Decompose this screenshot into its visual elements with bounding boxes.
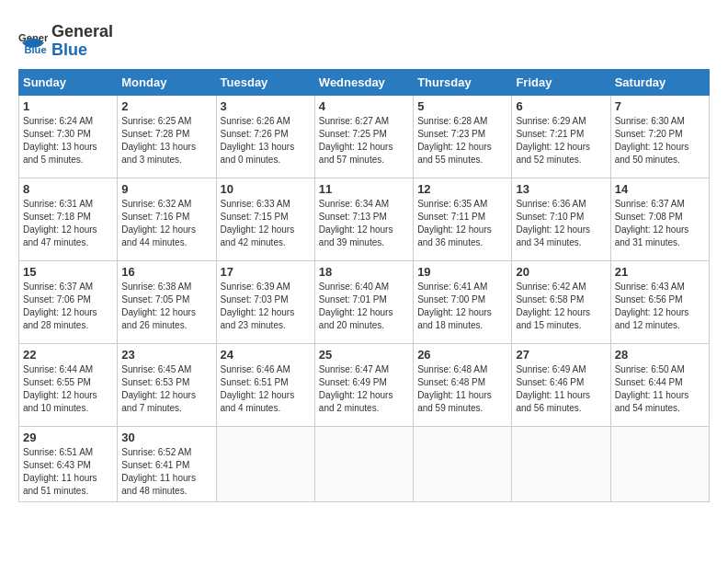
day-number: 5: [417, 99, 507, 113]
day-number: 18: [319, 265, 409, 279]
calendar-cell: 27 Sunrise: 6:49 AM Sunset: 6:46 PM Dayl…: [512, 343, 610, 426]
day-info: Sunrise: 6:33 AM Sunset: 7:15 PM Dayligh…: [221, 198, 311, 249]
day-number: 29: [23, 431, 113, 444]
logo-icon: General Blue: [18, 27, 48, 56]
day-header-sunday: Sunday: [19, 69, 118, 95]
calendar-cell: 8 Sunrise: 6:31 AM Sunset: 7:18 PM Dayli…: [19, 178, 118, 260]
calendar-cell: 5 Sunrise: 6:28 AM Sunset: 7:23 PM Dayli…: [414, 95, 512, 178]
day-number: 11: [319, 182, 409, 196]
day-info: Sunrise: 6:38 AM Sunset: 7:05 PM Dayligh…: [121, 281, 211, 332]
calendar-cell: 15 Sunrise: 6:37 AM Sunset: 7:06 PM Dayl…: [19, 260, 118, 343]
day-info: Sunrise: 6:45 AM Sunset: 6:53 PM Dayligh…: [121, 363, 211, 415]
day-info: Sunrise: 6:48 AM Sunset: 6:48 PM Dayligh…: [417, 363, 507, 415]
day-info: Sunrise: 6:39 AM Sunset: 7:03 PM Dayligh…: [221, 281, 311, 332]
day-number: 14: [615, 182, 705, 196]
calendar-cell: [512, 426, 610, 501]
day-number: 23: [121, 348, 211, 362]
calendar-cell: 30 Sunrise: 6:52 AM Sunset: 6:41 PM Dayl…: [118, 426, 216, 501]
day-number: 1: [23, 99, 113, 113]
day-info: Sunrise: 6:29 AM Sunset: 7:21 PM Dayligh…: [516, 115, 606, 167]
day-info: Sunrise: 6:46 AM Sunset: 6:51 PM Dayligh…: [221, 363, 311, 415]
day-info: Sunrise: 6:36 AM Sunset: 7:10 PM Dayligh…: [516, 198, 606, 249]
calendar-cell: 9 Sunrise: 6:32 AM Sunset: 7:16 PM Dayli…: [118, 178, 216, 260]
day-info: Sunrise: 6:41 AM Sunset: 7:00 PM Dayligh…: [417, 281, 507, 332]
calendar-cell: 26 Sunrise: 6:48 AM Sunset: 6:48 PM Dayl…: [414, 343, 512, 426]
calendar-cell: 17 Sunrise: 6:39 AM Sunset: 7:03 PM Dayl…: [216, 260, 314, 343]
calendar-cell: 18 Sunrise: 6:40 AM Sunset: 7:01 PM Dayl…: [314, 260, 413, 343]
calendar-header-row: SundayMondayTuesdayWednesdayThursdayFrid…: [19, 69, 710, 95]
day-number: 17: [221, 265, 311, 279]
day-header-friday: Friday: [512, 69, 610, 95]
calendar-cell: 12 Sunrise: 6:35 AM Sunset: 7:11 PM Dayl…: [414, 178, 512, 260]
day-info: Sunrise: 6:27 AM Sunset: 7:25 PM Dayligh…: [319, 115, 409, 167]
calendar-cell: 16 Sunrise: 6:38 AM Sunset: 7:05 PM Dayl…: [118, 260, 216, 343]
day-info: Sunrise: 6:50 AM Sunset: 6:44 PM Dayligh…: [615, 363, 705, 415]
day-header-thursday: Thursday: [414, 69, 512, 95]
day-number: 25: [319, 348, 409, 362]
calendar-cell: [216, 426, 314, 501]
day-number: 7: [615, 99, 705, 113]
day-header-saturday: Saturday: [610, 69, 709, 95]
day-number: 15: [23, 265, 113, 279]
day-number: 24: [221, 348, 311, 362]
svg-text:Blue: Blue: [24, 44, 46, 55]
calendar-week-0: 1 Sunrise: 6:24 AM Sunset: 7:30 PM Dayli…: [19, 95, 710, 178]
calendar-table: SundayMondayTuesdayWednesdayThursdayFrid…: [18, 69, 710, 502]
calendar-cell: 24 Sunrise: 6:46 AM Sunset: 6:51 PM Dayl…: [216, 343, 314, 426]
calendar-cell: 21 Sunrise: 6:43 AM Sunset: 6:56 PM Dayl…: [610, 260, 709, 343]
day-info: Sunrise: 6:42 AM Sunset: 6:58 PM Dayligh…: [516, 281, 606, 332]
day-number: 8: [23, 182, 113, 196]
day-header-tuesday: Tuesday: [216, 69, 314, 95]
day-info: Sunrise: 6:24 AM Sunset: 7:30 PM Dayligh…: [23, 115, 113, 167]
calendar-cell: [610, 426, 709, 501]
day-number: 13: [516, 182, 606, 196]
day-info: Sunrise: 6:52 AM Sunset: 6:41 PM Dayligh…: [121, 446, 211, 498]
day-info: Sunrise: 6:37 AM Sunset: 7:08 PM Dayligh…: [615, 198, 705, 249]
day-header-monday: Monday: [118, 69, 216, 95]
day-number: 10: [221, 182, 311, 196]
logo-text: General Blue: [51, 23, 113, 60]
calendar-cell: 2 Sunrise: 6:25 AM Sunset: 7:28 PM Dayli…: [118, 95, 216, 178]
logo: General Blue General Blue: [18, 23, 113, 60]
calendar-cell: 19 Sunrise: 6:41 AM Sunset: 7:00 PM Dayl…: [414, 260, 512, 343]
calendar-cell: [414, 426, 512, 501]
calendar-cell: 20 Sunrise: 6:42 AM Sunset: 6:58 PM Dayl…: [512, 260, 610, 343]
calendar-cell: 13 Sunrise: 6:36 AM Sunset: 7:10 PM Dayl…: [512, 178, 610, 260]
day-info: Sunrise: 6:51 AM Sunset: 6:43 PM Dayligh…: [23, 446, 113, 498]
day-info: Sunrise: 6:40 AM Sunset: 7:01 PM Dayligh…: [319, 281, 409, 332]
day-header-wednesday: Wednesday: [314, 69, 413, 95]
day-info: Sunrise: 6:44 AM Sunset: 6:55 PM Dayligh…: [23, 363, 113, 415]
day-info: Sunrise: 6:30 AM Sunset: 7:20 PM Dayligh…: [615, 115, 705, 167]
day-number: 2: [121, 99, 211, 113]
page-header: General Blue General Blue: [18, 18, 710, 60]
day-number: 9: [121, 182, 211, 196]
day-info: Sunrise: 6:32 AM Sunset: 7:16 PM Dayligh…: [121, 198, 211, 249]
day-number: 26: [417, 348, 507, 362]
day-info: Sunrise: 6:34 AM Sunset: 7:13 PM Dayligh…: [319, 198, 409, 249]
calendar-cell: 10 Sunrise: 6:33 AM Sunset: 7:15 PM Dayl…: [216, 178, 314, 260]
calendar-cell: 25 Sunrise: 6:47 AM Sunset: 6:49 PM Dayl…: [314, 343, 413, 426]
calendar-cell: 22 Sunrise: 6:44 AM Sunset: 6:55 PM Dayl…: [19, 343, 118, 426]
day-info: Sunrise: 6:26 AM Sunset: 7:26 PM Dayligh…: [221, 115, 311, 167]
day-number: 28: [615, 348, 705, 362]
calendar-cell: 29 Sunrise: 6:51 AM Sunset: 6:43 PM Dayl…: [19, 426, 118, 501]
calendar-cell: 7 Sunrise: 6:30 AM Sunset: 7:20 PM Dayli…: [610, 95, 709, 178]
day-number: 6: [516, 99, 606, 113]
calendar-cell: 28 Sunrise: 6:50 AM Sunset: 6:44 PM Dayl…: [610, 343, 709, 426]
day-info: Sunrise: 6:49 AM Sunset: 6:46 PM Dayligh…: [516, 363, 606, 415]
calendar-cell: [314, 426, 413, 501]
day-info: Sunrise: 6:47 AM Sunset: 6:49 PM Dayligh…: [319, 363, 409, 415]
day-number: 16: [121, 265, 211, 279]
calendar-week-4: 29 Sunrise: 6:51 AM Sunset: 6:43 PM Dayl…: [19, 426, 710, 501]
day-info: Sunrise: 6:35 AM Sunset: 7:11 PM Dayligh…: [417, 198, 507, 249]
day-number: 20: [516, 265, 606, 279]
calendar-cell: 1 Sunrise: 6:24 AM Sunset: 7:30 PM Dayli…: [19, 95, 118, 178]
day-number: 3: [221, 99, 311, 113]
calendar-week-1: 8 Sunrise: 6:31 AM Sunset: 7:18 PM Dayli…: [19, 178, 710, 260]
day-number: 19: [417, 265, 507, 279]
day-info: Sunrise: 6:28 AM Sunset: 7:23 PM Dayligh…: [417, 115, 507, 167]
day-number: 22: [23, 348, 113, 362]
calendar-cell: 4 Sunrise: 6:27 AM Sunset: 7:25 PM Dayli…: [314, 95, 413, 178]
calendar-cell: 23 Sunrise: 6:45 AM Sunset: 6:53 PM Dayl…: [118, 343, 216, 426]
day-number: 12: [417, 182, 507, 196]
